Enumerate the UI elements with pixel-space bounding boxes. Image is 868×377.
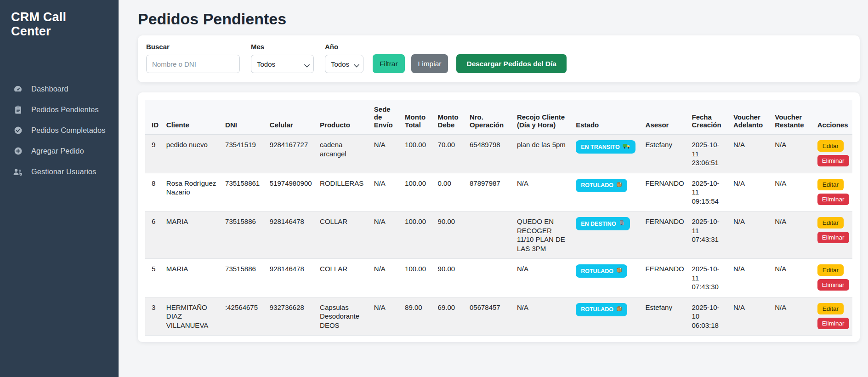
truck-icon [623, 143, 630, 151]
search-input[interactable] [146, 55, 240, 73]
building-icon [619, 220, 625, 228]
cell-fecha: 2025-10-10 06:03:18 [688, 297, 730, 336]
cell-id: 9 [145, 135, 163, 173]
cell-voucher-restante: N/A [771, 211, 814, 259]
eliminar-button[interactable]: Eliminar [817, 279, 849, 291]
sidebar-item-agregar-pedido[interactable]: Agregar Pedido [0, 141, 119, 161]
cell-sede: N/A [370, 173, 401, 211]
sidebar-item-dashboard[interactable]: Dashboard [0, 78, 119, 99]
table-row: 9 pedido nuevo 73541519 9284167727 caden… [145, 135, 852, 173]
cell-dni: 73515886 [221, 211, 266, 259]
cell-id: 3 [145, 297, 163, 336]
cell-voucher-restante: N/A [771, 297, 814, 336]
sidebar-item-pedidos-pendientes[interactable]: Pedidos Pendientes [0, 99, 119, 120]
cell-estado: EN TRANSITO [572, 135, 641, 173]
table-header-row: ID Cliente DNI Celular Producto Sede de … [145, 100, 852, 135]
dashboard-icon [13, 84, 23, 93]
col-id: ID [145, 100, 163, 135]
cell-voucher-adelanto: N/A [730, 211, 771, 259]
sidebar-item-label: Dashboard [31, 85, 68, 93]
cell-celular: 932736628 [266, 297, 316, 336]
editar-button[interactable]: Editar [817, 303, 844, 314]
cell-id: 5 [145, 259, 163, 297]
cell-producto: COLLAR [316, 211, 370, 259]
cell-estado: ROTULADO [572, 173, 641, 211]
mes-select[interactable]: Todos [251, 55, 314, 73]
cell-dni: 735158861 [221, 173, 266, 211]
cell-nro-operacion [466, 211, 513, 259]
cell-acciones: Editar Eliminar [814, 297, 852, 336]
cell-voucher-adelanto: N/A [730, 135, 771, 173]
col-voucher-adelanto: Voucher Adelanto [730, 100, 771, 135]
sidebar-item-label: Agregar Pedido [31, 147, 84, 155]
col-monto-total: Monto Total [401, 100, 434, 135]
editar-button[interactable]: Editar [817, 217, 844, 228]
cell-producto: cadena arcangel [316, 135, 370, 173]
col-asesor: Asesor [642, 100, 688, 135]
filtrar-button[interactable]: Filtrar [373, 54, 405, 73]
cell-acciones: Editar Eliminar [814, 211, 852, 259]
col-acciones: Acciones [814, 100, 852, 135]
col-producto: Producto [316, 100, 370, 135]
cell-producto: Capsulas Desodorante DEOS [316, 297, 370, 336]
col-sede-envio: Sede de Envío [370, 100, 401, 135]
col-dni: DNI [221, 100, 266, 135]
check-circle-icon [13, 126, 23, 135]
table-row: 6 MARIA 73515886 928146478 COLLAR N/A 10… [145, 211, 852, 259]
cell-asesor: FERNANDO [642, 173, 688, 211]
editar-button[interactable]: Editar [817, 140, 844, 152]
cell-monto-total: 89.00 [401, 297, 434, 336]
eliminar-button[interactable]: Eliminar [817, 194, 849, 205]
cell-cliente: MARIA [163, 211, 221, 259]
cell-fecha: 2025-10-11 07:43:30 [688, 259, 730, 297]
eliminar-button[interactable]: Eliminar [817, 318, 849, 329]
table-row: 8 Rosa Rodríguez Nazario 735158861 51974… [145, 173, 852, 211]
cell-recojo: QUEDO EN RECOGER 11/10 PLAN DE LAS 3PM [513, 211, 572, 259]
cell-asesor: Estefany [642, 135, 688, 173]
cell-cliente: Rosa Rodríguez Nazario [163, 173, 221, 211]
cell-voucher-adelanto: N/A [730, 297, 771, 336]
col-fecha-creacion: Fecha Creación [688, 100, 730, 135]
sidebar-item-label: Pedidos Completados [31, 126, 105, 135]
editar-button[interactable]: Editar [817, 264, 844, 276]
status-badge: EN TRANSITO [576, 140, 635, 154]
sidebar: CRM Call Center Dashboard Pedidos Pendie… [0, 0, 119, 377]
eliminar-button[interactable]: Eliminar [817, 155, 849, 166]
col-recojo-cliente: Recojo Cliente (Día y Hora) [513, 100, 572, 135]
cell-nro-operacion: 05678457 [466, 297, 513, 336]
cell-monto-debe: 70.00 [434, 135, 466, 173]
mes-label: Mes [251, 43, 314, 51]
limpiar-button[interactable]: Limpiar [411, 54, 448, 73]
package-icon [616, 182, 622, 189]
cell-cliente: pedido nuevo [163, 135, 221, 173]
mes-field: Mes Todos [251, 43, 314, 73]
cell-celular: 928146478 [266, 211, 316, 259]
cell-celular: 928146478 [266, 259, 316, 297]
cell-monto-debe: 90.00 [434, 259, 466, 297]
sidebar-item-gestionar-usuarios[interactable]: Gestionar Usuarios [0, 161, 119, 182]
cell-monto-total: 100.00 [401, 173, 434, 211]
app-title: CRM Call Center [0, 10, 119, 42]
cell-fecha: 2025-10-11 09:15:54 [688, 173, 730, 211]
users-gear-icon [13, 168, 23, 176]
eliminar-button[interactable]: Eliminar [817, 232, 849, 243]
cell-dni: 73541519 [221, 135, 266, 173]
cell-dni: :42564675 [221, 297, 266, 336]
cell-fecha: 2025-10-11 07:43:31 [688, 211, 730, 259]
cell-cliente: MARIA [163, 259, 221, 297]
editar-button[interactable]: Editar [817, 179, 844, 190]
ano-select[interactable]: Todos [325, 55, 363, 73]
main-content: Pedidos Pendientes Buscar Mes Todos Año … [119, 0, 868, 377]
descargar-pedidos-button[interactable]: Descargar Pedidos del Día [456, 54, 567, 73]
status-badge: EN DESTINO [576, 217, 630, 230]
cell-monto-total: 100.00 [401, 259, 434, 297]
col-nro-operacion: Nro. Operación [466, 100, 513, 135]
col-estado: Estado [572, 100, 641, 135]
cell-monto-debe: 69.00 [434, 297, 466, 336]
cell-dni: 73515886 [221, 259, 266, 297]
sidebar-item-pedidos-completados[interactable]: Pedidos Completados [0, 120, 119, 141]
buscar-field: Buscar [146, 43, 240, 73]
cell-id: 8 [145, 173, 163, 211]
package-icon [616, 306, 622, 314]
cell-cliente: HERMITAÑO DIAZ VILLANUEVA [163, 297, 221, 336]
